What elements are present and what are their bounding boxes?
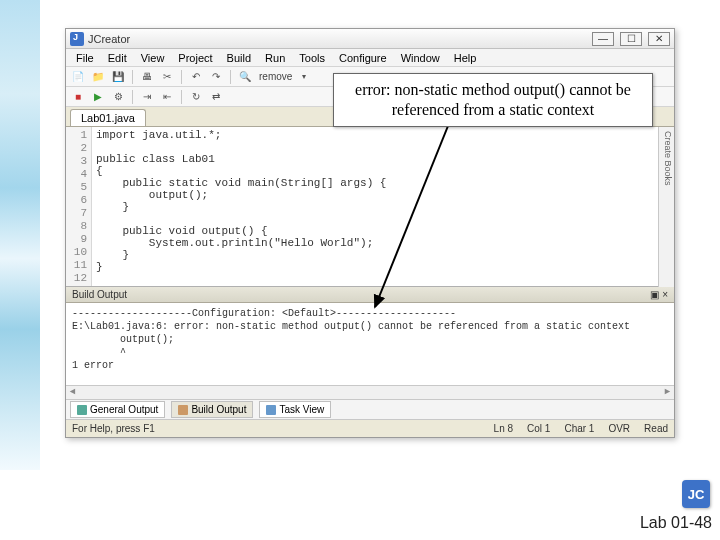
app-title: JCreator [88, 33, 130, 45]
task-view-icon [266, 405, 276, 415]
undo-icon[interactable]: ↶ [188, 69, 204, 85]
error-callout: error: non-static method output() cannot… [333, 73, 653, 127]
stop-icon[interactable]: ■ [70, 89, 86, 105]
folder-icon[interactable]: 📁 [90, 69, 106, 85]
search-text[interactable]: remove [259, 71, 292, 82]
title-bar: JCreator — ☐ ✕ [66, 29, 674, 49]
build-output-icon [178, 405, 188, 415]
menu-tools[interactable]: Tools [293, 50, 331, 66]
jcreator-logo-icon: JC [682, 480, 710, 508]
general-output-icon [77, 405, 87, 415]
menu-window[interactable]: Window [395, 50, 446, 66]
output-tab-bar: General Output Build Output Task View [66, 399, 674, 419]
tab-general-output[interactable]: General Output [70, 401, 165, 418]
status-col: Col 1 [527, 423, 550, 434]
output-scrollbar[interactable] [66, 385, 674, 399]
sync-icon[interactable]: ⇄ [208, 89, 224, 105]
tab-task-view[interactable]: Task View [259, 401, 331, 418]
maximize-button[interactable]: ☐ [620, 32, 642, 46]
tab-build-output[interactable]: Build Output [171, 401, 253, 418]
close-button[interactable]: ✕ [648, 32, 670, 46]
status-ovr: OVR [608, 423, 630, 434]
cut-icon[interactable]: ✂ [159, 69, 175, 85]
menu-project[interactable]: Project [172, 50, 218, 66]
output-title: Build Output [72, 289, 127, 300]
tab-lab01[interactable]: Lab01.java [70, 109, 146, 126]
refresh-icon[interactable]: ↻ [188, 89, 204, 105]
print-icon[interactable]: 🖶 [139, 69, 155, 85]
right-dock-label[interactable]: Create Books [658, 127, 674, 287]
menu-file[interactable]: File [70, 50, 100, 66]
menu-configure[interactable]: Configure [333, 50, 393, 66]
slide-label: Lab 01-48 [640, 514, 712, 532]
play-icon[interactable]: ▶ [90, 89, 106, 105]
outdent-icon[interactable]: ⇤ [159, 89, 175, 105]
build-icon[interactable]: ⚙ [110, 89, 126, 105]
app-icon [70, 32, 84, 46]
menu-build[interactable]: Build [221, 50, 257, 66]
new-icon[interactable]: 📄 [70, 69, 86, 85]
status-help: For Help, press F1 [72, 423, 155, 434]
status-char: Char 1 [564, 423, 594, 434]
menu-edit[interactable]: Edit [102, 50, 133, 66]
status-read: Read [644, 423, 668, 434]
redo-icon[interactable]: ↷ [208, 69, 224, 85]
menu-bar: File Edit View Project Build Run Tools C… [66, 49, 674, 67]
status-ln: Ln 8 [494, 423, 513, 434]
minimize-button[interactable]: — [592, 32, 614, 46]
svg-line-0 [375, 121, 450, 307]
find-icon[interactable]: 🔍 [237, 69, 253, 85]
menu-view[interactable]: View [135, 50, 171, 66]
save-icon[interactable]: 💾 [110, 69, 126, 85]
indent-icon[interactable]: ⇥ [139, 89, 155, 105]
output-pin-icon[interactable]: ▣ × [650, 289, 668, 300]
arrow-icon [365, 117, 465, 317]
decorative-strip [0, 0, 40, 470]
menu-help[interactable]: Help [448, 50, 483, 66]
dropdown-icon[interactable]: ▾ [296, 69, 312, 85]
status-bar: For Help, press F1 Ln 8 Col 1 Char 1 OVR… [66, 419, 674, 437]
line-gutter: 123456 789101112 [66, 127, 92, 286]
menu-run[interactable]: Run [259, 50, 291, 66]
